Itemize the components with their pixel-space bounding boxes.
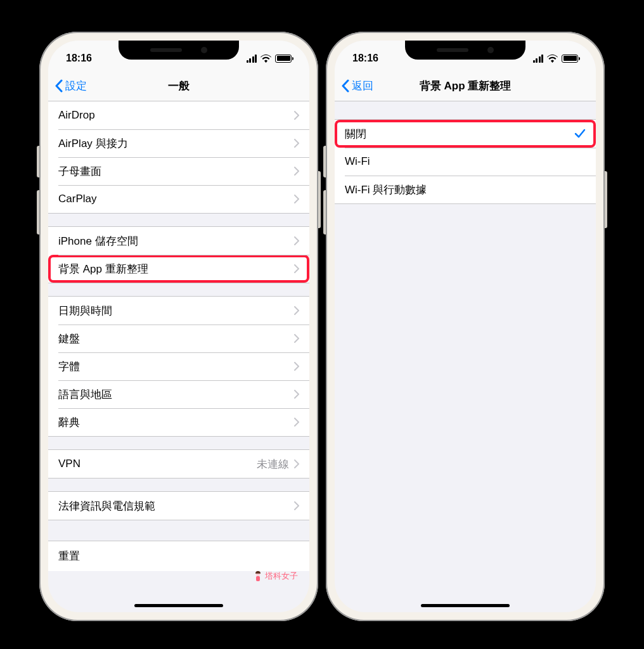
section-6: 重置 (48, 541, 309, 571)
row-fonts[interactable]: 字體 (48, 352, 309, 380)
row-label: Wi-Fi (345, 155, 370, 168)
row-keyboard[interactable]: 鍵盤 (48, 324, 309, 352)
row-carplay[interactable]: CarPlay (48, 185, 309, 213)
row-value: 未連線 (257, 457, 289, 472)
section-2: iPhone 儲存空間 背景 App 重新整理 (48, 226, 309, 283)
chevron-right-icon (294, 390, 299, 399)
status-icons (247, 49, 292, 63)
row-label: Wi-Fi 與行動數據 (345, 183, 427, 197)
row-label: 子母畫面 (58, 164, 101, 179)
row-pip[interactable]: 子母畫面 (48, 157, 309, 185)
row-reset[interactable]: 重置 (48, 541, 309, 571)
back-label: 設定 (65, 79, 87, 93)
option-wifi[interactable]: Wi-Fi (335, 148, 596, 176)
signal-icon (533, 55, 544, 63)
row-dictionary[interactable]: 辭典 (48, 408, 309, 436)
chevron-right-icon (294, 418, 299, 427)
row-date-time[interactable]: 日期與時間 (48, 297, 309, 324)
chevron-left-icon (55, 79, 63, 93)
row-label: 鍵盤 (58, 331, 80, 346)
status-time: 18:16 (352, 48, 378, 64)
row-label: 法律資訊與電信規範 (58, 499, 155, 513)
option-off[interactable]: 關閉 (335, 120, 596, 148)
chevron-right-icon (294, 501, 299, 510)
chevron-right-icon (294, 459, 299, 468)
content-area[interactable]: AirDrop AirPlay 與接力 子母畫面 CarPlay (48, 101, 309, 612)
status-icons (533, 49, 579, 63)
chevron-right-icon (294, 334, 299, 343)
row-label: VPN (58, 458, 80, 470)
row-label: 關閉 (345, 127, 366, 141)
battery-icon (275, 55, 292, 63)
row-label: iPhone 儲存空間 (58, 234, 138, 248)
phone-frame-left: 18:16 設定 一般 AirDrop AirPlay 與接力 (39, 32, 318, 621)
signal-icon (247, 55, 257, 63)
content-area[interactable]: 關閉 Wi-Fi Wi-Fi 與行動數據 (335, 101, 596, 612)
status-time: 18:16 (66, 48, 92, 64)
row-label: CarPlay (58, 193, 96, 205)
row-storage[interactable]: iPhone 儲存空間 (48, 227, 309, 255)
row-label: AirPlay 與接力 (58, 136, 128, 151)
back-button[interactable]: 返回 (335, 79, 373, 93)
row-label: 字體 (58, 359, 80, 374)
chevron-right-icon (294, 264, 299, 273)
screen-left: 18:16 設定 一般 AirDrop AirPlay 與接力 (48, 41, 309, 612)
notch (119, 41, 239, 60)
section-1: AirDrop AirPlay 與接力 子母畫面 CarPlay (48, 101, 309, 214)
section-4: VPN 未連線 (48, 449, 309, 479)
row-language-region[interactable]: 語言與地區 (48, 380, 309, 408)
battery-icon (562, 55, 578, 63)
watermark: 塔科女子 (253, 570, 298, 582)
chevron-right-icon (294, 362, 299, 371)
section-5: 法律資訊與電信規範 (48, 491, 309, 520)
screen-right: 18:16 返回 背景 App 重新整理 關閉 Wi-Fi (335, 41, 596, 612)
chevron-right-icon (294, 306, 299, 315)
wifi-icon (261, 55, 271, 63)
row-label: 背景 App 重新整理 (58, 262, 148, 276)
row-label: 語言與地區 (58, 387, 112, 402)
nav-bar: 設定 一般 (48, 71, 309, 101)
chevron-right-icon (294, 167, 299, 176)
wifi-icon (547, 55, 558, 63)
row-legal[interactable]: 法律資訊與電信規範 (48, 492, 309, 520)
home-indicator[interactable] (134, 604, 223, 607)
row-vpn[interactable]: VPN 未連線 (48, 450, 309, 478)
row-label: AirDrop (58, 109, 95, 122)
page-title: 一般 (168, 79, 190, 93)
checkmark-icon (574, 129, 586, 139)
row-label: 日期與時間 (58, 304, 112, 318)
row-airplay[interactable]: AirPlay 與接力 (48, 129, 309, 157)
option-wifi-cellular[interactable]: Wi-Fi 與行動數據 (335, 176, 596, 203)
svg-rect-1 (256, 576, 260, 581)
chevron-left-icon (341, 79, 349, 93)
chevron-right-icon (294, 139, 299, 148)
section-3: 日期與時間 鍵盤 字體 語言與地區 辭典 (48, 296, 309, 437)
page-title: 背景 App 重新整理 (420, 79, 512, 93)
options-section: 關閉 Wi-Fi Wi-Fi 與行動數據 (335, 119, 596, 204)
chevron-right-icon (294, 195, 299, 203)
chevron-right-icon (294, 111, 299, 120)
row-background-app-refresh[interactable]: 背景 App 重新整理 (48, 255, 309, 283)
back-label: 返回 (352, 79, 373, 93)
chevron-right-icon (294, 236, 299, 245)
notch (405, 41, 525, 60)
home-indicator[interactable] (421, 604, 510, 607)
nav-bar: 返回 背景 App 重新整理 (335, 71, 596, 101)
back-button[interactable]: 設定 (48, 79, 87, 93)
phone-frame-right: 18:16 返回 背景 App 重新整理 關閉 Wi-Fi (326, 32, 605, 621)
row-airdrop[interactable]: AirDrop (48, 101, 309, 129)
row-label: 辭典 (58, 415, 80, 430)
